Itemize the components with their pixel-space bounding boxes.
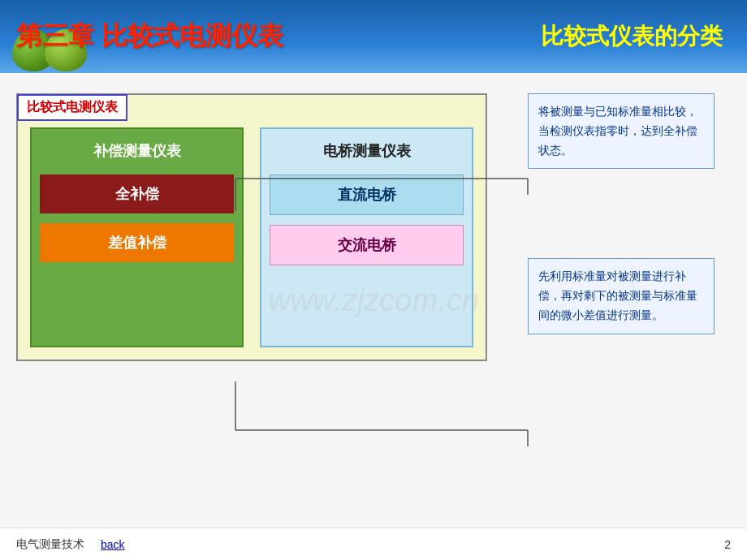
left-inner-box: 补偿测量仪表 全补偿 差值补偿 xyxy=(30,127,244,347)
chazhibuchangui-button[interactable]: 差值补偿 xyxy=(40,223,234,262)
outer-box: 比较式电测仪表 补偿测量仪表 全补偿 差值补偿 电桥测量仪表 直流电桥 交流电桥 xyxy=(16,93,487,361)
chapter-title: 第三章 比较式电测仪表 xyxy=(0,19,283,54)
jiaoliuqiao-button[interactable]: 交流电桥 xyxy=(270,225,464,265)
outer-box-label: 比较式电测仪表 xyxy=(17,94,127,121)
header: 第三章 比较式电测仪表 比较式仪表的分类 xyxy=(0,0,747,73)
right-inner-box: 电桥测量仪表 直流电桥 交流电桥 xyxy=(260,127,473,347)
back-link[interactable]: back xyxy=(101,538,125,551)
inner-layout: 补偿测量仪表 全补偿 差值补偿 电桥测量仪表 直流电桥 交流电桥 xyxy=(30,127,473,347)
annotations-area: 将被测量与已知标准量相比较，当检测仪表指零时，达到全补偿状态。 先利用标准量对被… xyxy=(528,93,731,334)
section-title: 比较式仪表的分类 xyxy=(541,21,747,52)
zhiliuqiao-button[interactable]: 直流电桥 xyxy=(270,174,464,215)
main-content: www.zjzcom.cn 比较式电测仪表 补偿测量仪表 全补偿 差值补偿 电桥… xyxy=(0,73,747,528)
quanbuchang-button[interactable]: 全补偿 xyxy=(40,174,234,213)
diagram-area: 比较式电测仪表 补偿测量仪表 全补偿 差值补偿 电桥测量仪表 直流电桥 交流电桥 xyxy=(16,93,520,361)
bottom-annotation: 先利用标准量对被测量进行补偿，再对剩下的被测量与标准量间的微小差值进行测量。 xyxy=(528,258,715,334)
left-inner-title: 补偿测量仪表 xyxy=(40,137,234,165)
top-annotation: 将被测量与已知标准量相比较，当检测仪表指零时，达到全补偿状态。 xyxy=(528,93,715,169)
right-inner-title: 电桥测量仪表 xyxy=(270,137,464,165)
footer: 电气测量技术 back 2 xyxy=(0,528,747,560)
page-number: 2 xyxy=(724,538,731,551)
footer-text: 电气测量技术 xyxy=(16,537,84,552)
